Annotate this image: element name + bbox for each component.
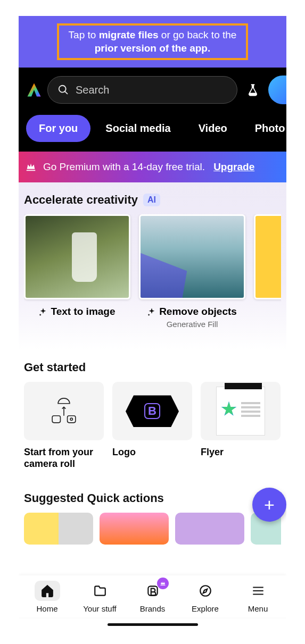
home-icon xyxy=(40,584,54,598)
sparkle-icon xyxy=(147,307,156,316)
ai-card-more[interactable] xyxy=(254,214,281,329)
folder-icon xyxy=(93,584,107,598)
nav-explore[interactable]: Explore xyxy=(179,581,232,613)
quick-action-1[interactable] xyxy=(24,513,93,545)
home-indicator xyxy=(108,623,198,626)
accelerate-title: Accelerate creativity xyxy=(24,193,138,207)
svg-point-4 xyxy=(200,586,211,596)
bottom-nav: Home Your stuff Brands Explore Menu xyxy=(19,575,286,617)
gs-card-camera-roll[interactable]: Start from your camera roll xyxy=(24,382,104,470)
nav-label: Home xyxy=(36,604,57,613)
tab-for-you[interactable]: For you xyxy=(26,115,90,142)
nav-home[interactable]: Home xyxy=(21,581,73,613)
category-tabs: For you Social media Video Photo xyxy=(23,110,282,152)
suggested-title: Suggested Quick actions xyxy=(24,491,281,505)
compass-icon xyxy=(199,584,212,598)
sparkle-icon xyxy=(39,307,47,316)
tab-photo[interactable]: Photo xyxy=(242,115,286,142)
svg-point-2 xyxy=(70,419,72,421)
suggested-section: Suggested Quick actions xyxy=(19,475,286,550)
nav-label: Explore xyxy=(192,604,219,613)
search-bar[interactable] xyxy=(47,76,237,104)
quick-action-2[interactable] xyxy=(100,513,169,545)
gs-label: Start from your camera roll xyxy=(24,447,104,470)
ai-thumb xyxy=(24,214,130,299)
accelerate-section: Accelerate creativity AI Text to image R… xyxy=(19,182,286,350)
get-started-section: Get started Start from your camera roll … xyxy=(19,350,286,475)
upgrade-link[interactable]: Upgrade xyxy=(213,161,254,173)
nav-label: Menu xyxy=(248,604,268,613)
search-input[interactable] xyxy=(76,84,227,96)
gs-card-flyer[interactable]: Flyer xyxy=(201,382,281,470)
svg-rect-1 xyxy=(68,416,76,423)
camera-roll-icon xyxy=(24,382,104,440)
premium-banner[interactable]: Go Premium with a 14-day free trial. Upg… xyxy=(19,152,286,182)
labs-icon[interactable] xyxy=(246,83,260,97)
gs-card-logo[interactable]: B Logo xyxy=(112,382,192,470)
nav-menu[interactable]: Menu xyxy=(232,581,284,613)
banner-text-bold1: migrate files xyxy=(99,29,159,40)
tab-video[interactable]: Video xyxy=(186,115,240,142)
crown-icon xyxy=(25,161,37,173)
nav-label: Your stuff xyxy=(83,604,117,613)
gs-label: Logo xyxy=(112,447,192,458)
nav-label: Brands xyxy=(140,604,166,613)
ai-card-label: Text to image xyxy=(51,306,115,317)
ai-card-text-to-image[interactable]: Text to image xyxy=(24,214,130,329)
adobe-logo-icon[interactable] xyxy=(26,82,42,98)
tab-social-media[interactable]: Social media xyxy=(93,115,183,142)
premium-badge-icon xyxy=(157,578,169,589)
app-header: For you Social media Video Photo xyxy=(19,68,286,152)
ai-badge: AI xyxy=(143,194,160,206)
ai-card-remove-objects[interactable]: Remove objects Generative Fill xyxy=(139,214,245,329)
ai-card-label: Remove objects xyxy=(159,306,237,317)
search-icon xyxy=(57,84,69,96)
menu-icon xyxy=(251,584,265,598)
banner-text-bold2: prior version of the app. xyxy=(95,43,210,54)
ai-thumb xyxy=(254,214,281,299)
flyer-icon xyxy=(201,382,281,440)
banner-text-pre: Tap to xyxy=(69,29,99,40)
nav-brands[interactable]: Brands xyxy=(126,581,179,613)
svg-rect-0 xyxy=(52,416,60,423)
premium-text: Go Premium with a 14-day free trial. xyxy=(43,161,205,173)
banner-text-mid: or go back to the xyxy=(159,29,237,40)
logo-icon: B xyxy=(112,382,192,440)
get-started-title: Get started xyxy=(24,361,281,374)
create-fab[interactable]: + xyxy=(252,488,286,522)
ai-card-sub: Generative Fill xyxy=(167,320,218,329)
profile-avatar[interactable] xyxy=(268,76,286,104)
gs-label: Flyer xyxy=(201,447,281,458)
nav-your-stuff[interactable]: Your stuff xyxy=(73,581,126,613)
quick-action-3[interactable] xyxy=(175,513,244,545)
migrate-banner[interactable]: Tap to migrate files or go back to the p… xyxy=(19,16,286,68)
ai-thumb xyxy=(139,214,245,299)
